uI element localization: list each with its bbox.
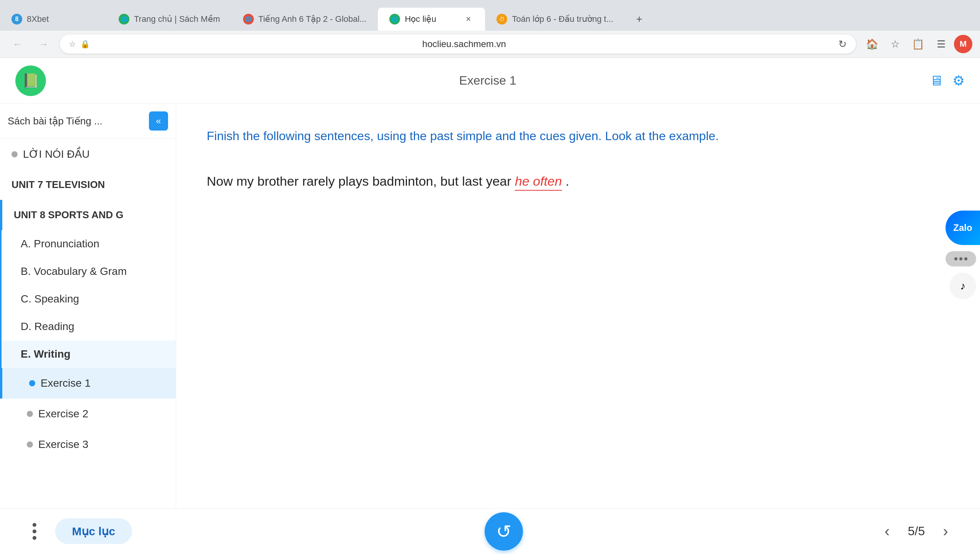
tab-tiengAnh[interactable]: 🌐 Tiếng Anh 6 Tập 2 - Global... [232, 8, 378, 31]
sidebar-label-exercise1: Exercise 1 [41, 377, 91, 389]
sidebar-label-exercise3: Exercise 3 [38, 438, 88, 451]
zalo-widget: Zalo ♪ [942, 211, 980, 299]
sidebar-label-vocabulary: B. Vocabulary & Gram [21, 265, 127, 277]
sidebar-label-pronunciation: A. Pronunciation [21, 238, 99, 250]
app-title: Exercise 1 [46, 74, 929, 88]
more-dot-3 [964, 257, 967, 260]
page-indicator: 5/5 [908, 524, 925, 538]
tab-label-tiengAnh: Tiếng Anh 6 Tập 2 - Global... [258, 14, 367, 24]
page-total: 5 [918, 524, 925, 538]
prev-page-button[interactable]: ‹ [876, 520, 899, 543]
sentence-answer: he often [515, 174, 562, 191]
refresh-button[interactable]: ↺ [485, 512, 523, 551]
bottom-bar: Mục lục ↺ ‹ 5/5 › [0, 508, 980, 554]
zalo-label: Zalo [953, 222, 972, 233]
more-options-button[interactable] [946, 251, 976, 266]
bottom-center: ↺ [485, 512, 523, 551]
sidebar-item-loi-noi-dau[interactable]: LỜI NÓI ĐẦU [0, 139, 176, 170]
app-logo: 📗 [15, 65, 46, 96]
zalo-button[interactable]: Zalo [946, 211, 980, 245]
tab-favicon-tiengAnh: 🌐 [243, 14, 254, 25]
sidebar-top: Sách bài tập Tiếng ... « [0, 104, 176, 139]
sidebar-item-pronunciation[interactable]: A. Pronunciation [0, 230, 176, 258]
settings-icon[interactable]: ⚙ [952, 73, 965, 89]
user-avatar[interactable]: M [954, 35, 972, 53]
page-separator: / [915, 524, 918, 538]
sidebar-item-exercise3[interactable]: Exercise 3 [0, 429, 176, 460]
browser-chrome: 8 8Xbet 🌐 Trang chủ | Sách Mềm 🌐 Tiếng A… [0, 0, 980, 58]
sidebar-label-loi-noi-dau: LỜI NÓI ĐẦU [23, 148, 90, 160]
main-layout: Sách bài tập Tiếng ... « LỜI NÓI ĐẦU UNI… [0, 104, 980, 554]
exercise-instruction: Finish the following sentences, using th… [207, 127, 949, 145]
history-button[interactable]: 📋 [908, 34, 928, 54]
sidebar-bullet-exercise2 [27, 411, 33, 417]
app-logo-icon: 📗 [22, 73, 39, 89]
sidebar-item-reading[interactable]: D. Reading [0, 313, 176, 340]
three-dots-button[interactable] [23, 520, 46, 543]
sentence-prefix: Now my brother rarely plays badminton, b… [207, 174, 511, 188]
sidebar-collapse-button[interactable]: « [149, 111, 168, 131]
app-header-icons: 🖥 ⚙ [929, 73, 965, 89]
sidebar-item-unit8[interactable]: UNIT 8 SPORTS AND G [0, 200, 176, 230]
sidebar-bullet-exercise1 [29, 380, 35, 386]
address-text: hoclieu.sachmem.vn [95, 39, 834, 49]
tab-label-sachmem: Trang chủ | Sách Mềm [134, 14, 220, 24]
tab-close-hoclieu[interactable]: ✕ [463, 14, 474, 25]
tab-bar: 8 8Xbet 🌐 Trang chủ | Sách Mềm 🌐 Tiếng A… [0, 0, 980, 31]
bookmarks-button[interactable]: ☆ [885, 34, 905, 54]
address-star-icon: ☆ [69, 39, 76, 49]
menu-button[interactable]: ☰ [931, 34, 951, 54]
page-current: 5 [908, 524, 915, 538]
dot-1 [33, 523, 36, 527]
screen-icon[interactable]: 🖥 [929, 73, 943, 89]
tab-label-toan: Toán lớp 6 - Đấu trường t... [512, 14, 613, 24]
sidebar: Sách bài tập Tiếng ... « LỜI NÓI ĐẦU UNI… [0, 104, 176, 554]
app-header: 📗 Exercise 1 🖥 ⚙ [0, 58, 980, 104]
nav-actions: 🏠 ☆ 📋 ☰ M [862, 34, 972, 54]
sentence-area: Now my brother rarely plays badminton, b… [207, 168, 949, 194]
address-lock-icon: 🔒 [80, 39, 90, 49]
sidebar-label-reading: D. Reading [21, 320, 74, 332]
tab-sachmem[interactable]: 🌐 Trang chủ | Sách Mềm [107, 8, 232, 31]
sidebar-bullet-exercise3 [27, 441, 33, 448]
content-area: Finish the following sentences, using th… [176, 104, 980, 554]
sidebar-label-unit8: UNIT 8 SPORTS AND G [14, 209, 124, 221]
music-icon: ♪ [960, 280, 965, 292]
sidebar-item-speaking[interactable]: C. Speaking [0, 285, 176, 313]
sidebar-label-exercise2: Exercise 2 [38, 408, 88, 420]
music-button[interactable]: ♪ [949, 273, 976, 299]
sidebar-bullet-loi-noi-dau [11, 151, 18, 157]
bottom-right: ‹ 5/5 › [876, 520, 957, 543]
home-button[interactable]: 🏠 [862, 34, 882, 54]
sidebar-book-title: Sách bài tập Tiếng ... [8, 115, 144, 127]
new-tab-button[interactable]: + [628, 8, 651, 31]
refresh-icon: ↺ [496, 521, 511, 542]
tab-hoclieu[interactable]: 🌐 Học liệu ✕ [378, 8, 485, 31]
tab-toan[interactable]: ⏱ Toán lớp 6 - Đấu trường t... [485, 8, 625, 31]
nav-bar: ← → ☆ 🔒 hoclieu.sachmem.vn ↻ 🏠 ☆ 📋 ☰ M [0, 31, 980, 57]
dot-2 [33, 529, 36, 533]
next-page-button[interactable]: › [934, 520, 957, 543]
more-dot-1 [954, 257, 957, 260]
sidebar-item-vocabulary[interactable]: B. Vocabulary & Gram [0, 258, 176, 285]
tab-label-hoclieu: Học liệu [405, 14, 458, 24]
tab-label-8xbet: 8Xbet [27, 14, 96, 24]
address-bar[interactable]: ☆ 🔒 hoclieu.sachmem.vn ↻ [60, 34, 856, 54]
sidebar-label-writing: E. Writing [21, 348, 70, 360]
tab-favicon-sachmem: 🌐 [119, 14, 129, 25]
tab-favicon-hoclieu: 🌐 [389, 14, 400, 25]
back-button[interactable]: ← [8, 34, 28, 54]
tab-8xbet[interactable]: 8 8Xbet [0, 8, 107, 31]
reload-icon[interactable]: ↻ [838, 38, 847, 50]
sidebar-item-exercise2[interactable]: Exercise 2 [0, 399, 176, 429]
sentence-suffix: . [565, 174, 569, 188]
tab-favicon-toan: ⏱ [497, 14, 507, 25]
sidebar-item-unit7[interactable]: UNIT 7 TELEVISION [0, 170, 176, 200]
bottom-left: Mục lục [23, 518, 132, 544]
sidebar-item-exercise1[interactable]: Exercise 1 [0, 368, 176, 399]
sidebar-item-writing[interactable]: E. Writing [0, 340, 176, 368]
forward-button[interactable]: → [34, 34, 54, 54]
tab-favicon-8xbet: 8 [11, 14, 22, 25]
muc-luc-button[interactable]: Mục lục [55, 518, 132, 544]
collapse-icon: « [156, 116, 161, 126]
